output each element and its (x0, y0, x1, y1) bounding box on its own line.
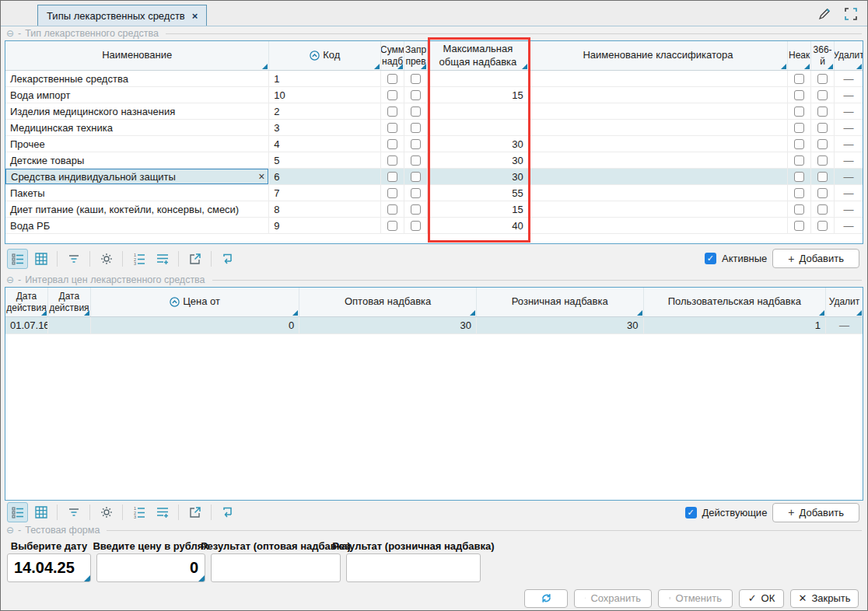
classifier-cell[interactable] (529, 120, 788, 135)
table-row[interactable]: Средства индивидуальной защиты×630— (5, 169, 863, 185)
delete-dash-icon[interactable]: — (844, 73, 854, 85)
row-checkbox[interactable] (794, 90, 804, 100)
filter-icon[interactable] (63, 502, 84, 522)
tab-close-icon[interactable]: × (192, 10, 198, 22)
section-header-price-interval[interactable]: ⊖ - Интервал цен лекарственного средства (5, 273, 863, 287)
row-checkbox[interactable] (411, 172, 421, 182)
date-start-cell[interactable]: 01.07.16 (5, 317, 48, 333)
tab-drug-types[interactable]: Типы лекарственных средств × (37, 5, 207, 26)
code-cell[interactable]: 1 (269, 71, 381, 86)
classifier-cell[interactable] (529, 87, 788, 103)
row-checkbox[interactable] (794, 221, 804, 231)
filter-icon[interactable] (63, 249, 84, 269)
table-row[interactable]: Детские товары530— (5, 152, 863, 169)
column-header-inactive[interactable]: Неак (788, 41, 811, 70)
settings-icon[interactable] (96, 502, 117, 522)
row-checkbox[interactable] (411, 221, 421, 231)
max-markup-cell[interactable]: 15 (428, 87, 529, 103)
row-checkbox[interactable] (794, 188, 804, 198)
reload-data-icon[interactable] (217, 249, 238, 269)
section-header-drug-type[interactable]: ⊖ - Тип лекарственного средства (5, 26, 863, 40)
column-header-code[interactable]: Код (269, 41, 381, 70)
delete-cell[interactable]: — (835, 185, 863, 201)
open-in-window-icon[interactable] (184, 249, 205, 269)
table-row[interactable]: Лекарственные средства1— (5, 71, 863, 87)
delete-cell[interactable]: — (835, 71, 863, 86)
delete-dash-icon[interactable]: — (844, 122, 854, 134)
code-cell[interactable]: 8 (269, 201, 381, 217)
add-price-interval-button[interactable]: + Добавить (772, 503, 859, 522)
add-to-list-icon[interactable] (152, 502, 173, 522)
classifier-cell[interactable] (529, 103, 788, 119)
max-markup-cell[interactable]: 40 (428, 218, 529, 233)
retail-markup-cell[interactable]: 30 (477, 317, 644, 333)
code-cell[interactable]: 2 (269, 103, 381, 119)
code-cell[interactable]: 10 (269, 87, 381, 103)
row-checkbox[interactable] (387, 139, 397, 149)
classifier-cell[interactable] (529, 185, 788, 201)
name-cell[interactable]: Детские товары (5, 152, 269, 168)
delete-cell[interactable]: — (835, 120, 863, 135)
code-cell[interactable]: 4 (269, 136, 381, 152)
settings-icon[interactable] (96, 249, 117, 269)
clear-icon[interactable]: × (258, 171, 264, 182)
column-header-delete[interactable]: Удалит (835, 41, 863, 70)
section-header-test-form[interactable]: ⊖ - Тестовая форма (5, 524, 863, 536)
row-checkbox[interactable] (387, 188, 397, 198)
delete-cell[interactable]: — (835, 218, 863, 233)
row-checkbox[interactable] (817, 90, 828, 100)
column-header-sum-markup[interactable]: Сумм надб (381, 41, 404, 70)
row-checkbox[interactable] (411, 74, 421, 84)
row-checkbox[interactable] (411, 139, 421, 149)
row-checkbox[interactable] (387, 172, 397, 182)
row-checkbox[interactable] (794, 172, 804, 182)
max-markup-cell[interactable]: 15 (428, 201, 529, 217)
max-markup-cell[interactable]: 30 (428, 136, 529, 152)
row-checkbox[interactable] (817, 123, 828, 133)
row-checkbox[interactable] (387, 204, 397, 215)
table-row[interactable]: Вода РБ940— (5, 218, 863, 234)
name-cell[interactable]: Вода импорт (5, 87, 269, 103)
save-button[interactable]: Сохранить (574, 589, 652, 608)
delete-dash-icon[interactable]: — (844, 89, 854, 101)
collapse-icon[interactable]: ⊖ (6, 275, 14, 285)
price-from-cell[interactable]: 0 (91, 317, 300, 333)
refresh-button[interactable] (524, 589, 568, 608)
open-in-window-icon[interactable] (184, 502, 205, 522)
classifier-cell[interactable] (529, 169, 788, 184)
edit-pencil-icon[interactable] (817, 6, 832, 23)
row-checkbox[interactable] (387, 74, 397, 84)
reload-data-icon[interactable] (217, 502, 238, 522)
numbered-list-icon[interactable]: 123 (128, 502, 149, 522)
name-cell[interactable]: Медицинская техника (5, 120, 269, 135)
delete-dash-icon[interactable]: — (844, 187, 854, 199)
name-cell[interactable]: Изделия медицинского назначения (5, 103, 269, 119)
active-filter-checkbox[interactable] (705, 253, 716, 264)
column-header-user-markup[interactable]: Пользовательская надбавка (644, 288, 827, 316)
delete-cell[interactable]: — (835, 103, 863, 119)
row-checkbox[interactable] (794, 106, 804, 117)
add-drug-type-button[interactable]: + Добавить (772, 249, 859, 268)
delete-dash-icon[interactable]: — (844, 171, 854, 183)
ok-button[interactable]: ✓ ОК (739, 589, 784, 608)
row-checkbox[interactable] (387, 90, 397, 100)
row-checkbox[interactable] (411, 155, 421, 166)
column-header-366[interactable]: 366-й (811, 41, 835, 70)
row-checkbox[interactable] (794, 139, 804, 149)
delete-dash-icon[interactable]: — (844, 155, 854, 166)
max-markup-cell[interactable] (428, 71, 529, 86)
wholesale-markup-cell[interactable]: 30 (299, 317, 477, 333)
column-header-price-from[interactable]: Цена от (91, 288, 300, 316)
max-markup-cell[interactable]: 55 (428, 185, 529, 201)
date-input[interactable]: 14.04.25 (7, 553, 91, 582)
name-cell[interactable]: Лекарственные средства (5, 71, 269, 86)
delete-cell[interactable]: — (835, 87, 863, 103)
delete-dash-icon[interactable]: — (839, 319, 849, 331)
classifier-cell[interactable] (529, 71, 788, 86)
row-checkbox[interactable] (411, 90, 421, 100)
column-header-name[interactable]: Наименование (5, 41, 269, 70)
row-checkbox[interactable] (411, 188, 421, 198)
max-markup-cell[interactable] (428, 120, 529, 135)
add-to-list-icon[interactable] (152, 249, 173, 269)
cancel-button[interactable]: Отменить (658, 589, 733, 608)
